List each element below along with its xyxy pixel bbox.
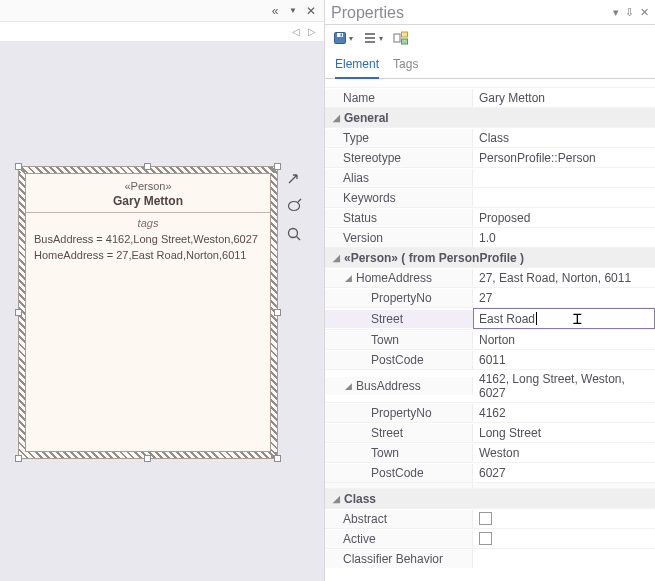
diagram-side-tools	[284, 168, 304, 244]
dropdown-icon[interactable]: ▼	[286, 4, 300, 18]
text-caret	[536, 312, 537, 325]
street-input[interactable]: East Road Ꮖ	[473, 308, 655, 329]
collapse-icon[interactable]: ◢	[343, 273, 353, 283]
close-pane-icon[interactable]: ✕	[640, 6, 649, 19]
cat-general: ◢General	[325, 107, 655, 127]
property-grid: Name Gary Metton ◢General TypeClass Ster…	[325, 79, 655, 581]
uml-tag-line: BusAddress = 4162,Long Street,Weston,602…	[34, 231, 262, 247]
properties-toolbar: ▾ ▾	[325, 25, 655, 51]
collapse-icon[interactable]: ◢	[331, 494, 341, 504]
nav-next-icon[interactable]: ▷	[306, 26, 318, 38]
diagram-canvas[interactable]: «Person» Gary Metton tags BusAddress = 4…	[0, 42, 324, 581]
properties-pane: Properties ▾ ⇩ ✕ ▾ ▾ Element Tags	[325, 0, 655, 581]
name-label: Name	[325, 89, 473, 107]
properties-tabs: Element Tags	[325, 51, 655, 79]
menu-button[interactable]: ▾	[361, 29, 385, 47]
diagram-nav: ◁ ▷	[0, 22, 324, 42]
pane-menu-icon[interactable]: ▾	[613, 6, 619, 19]
uml-tags: BusAddress = 4162,Long Street,Weston,602…	[26, 231, 270, 263]
row-name: Name Gary Metton	[325, 87, 655, 107]
svg-point-0	[289, 202, 300, 211]
properties-title: Properties	[331, 4, 613, 22]
resize-handle-se[interactable]	[274, 455, 281, 462]
resize-handle-s[interactable]	[144, 455, 151, 462]
svg-rect-5	[394, 34, 400, 42]
row-street-selected: Street East Road Ꮖ	[325, 307, 655, 329]
uml-element[interactable]: «Person» Gary Metton tags BusAddress = 4…	[18, 166, 278, 459]
svg-point-1	[289, 229, 298, 238]
properties-titlebar: Properties ▾ ⇩ ✕	[325, 0, 655, 25]
uml-stereotype: «Person»	[30, 180, 266, 192]
uml-tag-line: HomeAddress = 27,East Road,Norton,6011	[34, 247, 262, 263]
ibeam-cursor-icon: Ꮖ	[573, 311, 582, 328]
active-checkbox[interactable]	[473, 530, 655, 547]
uml-header: «Person» Gary Metton	[26, 174, 270, 213]
resize-handle-ne[interactable]	[274, 163, 281, 170]
arrow-tool-icon[interactable]	[284, 168, 304, 188]
resize-handle-n[interactable]	[144, 163, 151, 170]
close-icon[interactable]: ✕	[304, 4, 318, 18]
classifier-value[interactable]	[473, 557, 655, 561]
cat-class: ◢Class	[325, 488, 655, 508]
link-tool-icon[interactable]	[284, 196, 304, 216]
svg-rect-7	[402, 39, 408, 44]
diagram-toolbar: « ▼ ✕	[0, 0, 324, 22]
pin-icon[interactable]: ⇩	[625, 6, 634, 19]
save-button[interactable]: ▾	[331, 29, 355, 47]
resize-handle-e[interactable]	[274, 309, 281, 316]
collapse-icon[interactable]: ◢	[331, 113, 341, 123]
resize-handle-w[interactable]	[15, 309, 22, 316]
uml-tags-title: tags	[26, 217, 270, 229]
uml-name: Gary Metton	[30, 194, 266, 208]
svg-rect-6	[402, 32, 408, 37]
resize-handle-sw[interactable]	[15, 455, 22, 462]
collapse-left-icon[interactable]: «	[268, 4, 282, 18]
diagram-pane: « ▼ ✕ ◁ ▷ «Person» Gary Metton tags BusA…	[0, 0, 325, 581]
tab-tags[interactable]: Tags	[393, 55, 418, 78]
diagram-view-button[interactable]	[391, 29, 411, 47]
name-value[interactable]: Gary Metton	[473, 89, 655, 107]
resize-handle-nw[interactable]	[15, 163, 22, 170]
svg-rect-4	[341, 34, 343, 37]
zoom-tool-icon[interactable]	[284, 224, 304, 244]
svg-rect-3	[337, 33, 343, 37]
cat-person: ◢«Person» ( from PersonProfile )	[325, 247, 655, 267]
tab-element[interactable]: Element	[335, 55, 379, 79]
abstract-checkbox[interactable]	[473, 510, 655, 527]
collapse-icon[interactable]: ◢	[331, 253, 341, 263]
nav-prev-icon[interactable]: ◁	[290, 26, 302, 38]
collapse-icon[interactable]: ◢	[343, 381, 353, 391]
